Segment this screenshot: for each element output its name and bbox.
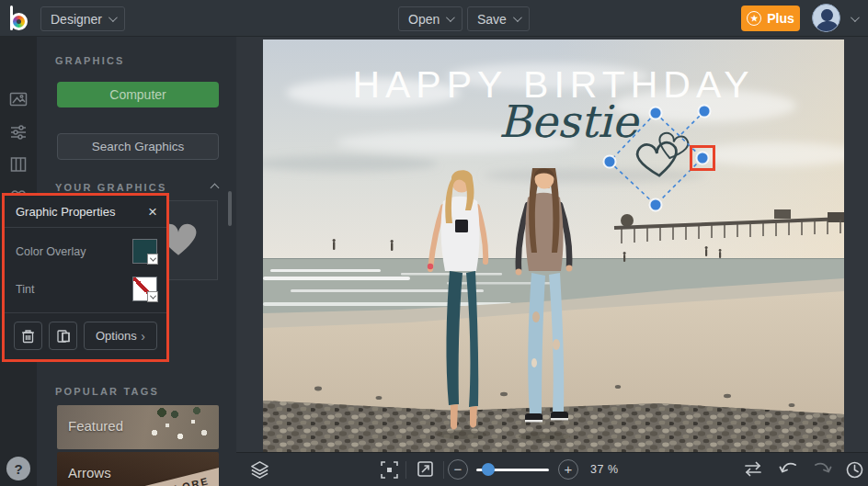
color-overlay-swatch[interactable] [132, 239, 157, 264]
chevron-down-icon [108, 13, 118, 22]
options-button[interactable]: Options › [84, 322, 157, 350]
avatar[interactable] [812, 4, 840, 32]
selection-overlay [263, 40, 844, 452]
flowers-photo [136, 405, 219, 449]
open-menu-button[interactable]: Open [398, 6, 463, 31]
computer-upload-button[interactable]: Computer [57, 82, 219, 107]
adjust-settings-icon[interactable] [9, 123, 28, 141]
designer-menu-label: Designer [51, 12, 102, 27]
star-icon: ★ [747, 11, 761, 26]
selection-handle-bottom[interactable] [650, 199, 662, 211]
tint-swatch[interactable] [132, 277, 157, 301]
tag-label: Featured [68, 418, 123, 434]
save-menu-button[interactable]: Save [467, 6, 530, 31]
designer-app: HAPPY BIRTHDAY Bestie Designer Open Save [0, 0, 868, 486]
undo-icon[interactable] [779, 460, 798, 481]
chevron-down-icon [446, 13, 455, 22]
selection-handle-right[interactable] [697, 153, 709, 164]
delete-graphic-button[interactable] [14, 322, 42, 350]
open-menu-label: Open [408, 12, 440, 27]
collapse-section-icon[interactable] [211, 184, 220, 193]
zoom-in-button[interactable]: + [558, 459, 578, 480]
help-button[interactable]: ? [6, 457, 30, 480]
tag-tile-arrows[interactable]: EXPLORE Arrows [57, 452, 219, 486]
account-chevron-icon[interactable] [851, 13, 860, 22]
selection-handle-left[interactable] [604, 156, 616, 168]
export-view-icon[interactable] [417, 460, 434, 481]
color-overlay-label: Color Overlay [16, 245, 86, 258]
graphics-header: GRAPHICS [55, 55, 125, 66]
zoom-percent: 37 % [590, 463, 619, 476]
selection-rotate-handle[interactable] [699, 106, 711, 118]
tag-tile-featured[interactable]: Featured [57, 405, 219, 449]
redo-icon[interactable] [813, 460, 832, 481]
tint-label: Tint [16, 283, 34, 296]
close-icon[interactable]: × [148, 204, 157, 220]
duplicate-icon [56, 329, 71, 344]
your-graphics-header: YOUR GRAPHICS [55, 182, 167, 193]
search-graphics-button[interactable]: Search Graphics [57, 133, 219, 160]
layers-icon[interactable] [249, 459, 270, 484]
popup-title: Graphic Properties [16, 205, 115, 219]
trash-icon [21, 329, 35, 344]
graphic-properties-popup: Graphic Properties × Color Overlay Tint [2, 193, 169, 362]
explore-banner: EXPLORE [110, 461, 219, 486]
zoom-slider[interactable] [476, 469, 549, 471]
panel-scrollbar[interactable] [228, 191, 232, 226]
bottom-toolbar: − + 37 % [236, 452, 868, 486]
swatch-dropdown-icon[interactable] [147, 291, 158, 302]
plus-upgrade-button[interactable]: ★ Plus [741, 6, 800, 31]
templates-layout-icon[interactable] [9, 155, 28, 174]
selection-handle-top[interactable] [650, 107, 662, 119]
designer-menu-button[interactable]: Designer [40, 6, 125, 31]
swatch-dropdown-icon[interactable] [147, 254, 158, 265]
befunky-logo[interactable] [7, 6, 33, 31]
zoom-slider-knob[interactable] [482, 463, 495, 476]
popular-tags-header: POPULAR TAGS [55, 386, 159, 397]
chevron-down-icon [513, 13, 522, 22]
history-clock-icon[interactable] [845, 460, 864, 483]
compare-icon[interactable] [744, 460, 762, 481]
plus-label: Plus [767, 11, 794, 26]
image-manager-icon[interactable] [9, 90, 28, 108]
duplicate-graphic-button[interactable] [49, 322, 77, 350]
zoom-out-button[interactable]: − [448, 459, 468, 480]
tag-label: Arrows [68, 465, 111, 480]
options-label: Options [96, 329, 137, 343]
fit-to-screen-icon[interactable] [380, 460, 399, 483]
top-bar: Designer Open Save ★ Plus [0, 0, 868, 37]
chevron-right-icon: › [141, 329, 145, 344]
save-menu-label: Save [477, 12, 507, 27]
